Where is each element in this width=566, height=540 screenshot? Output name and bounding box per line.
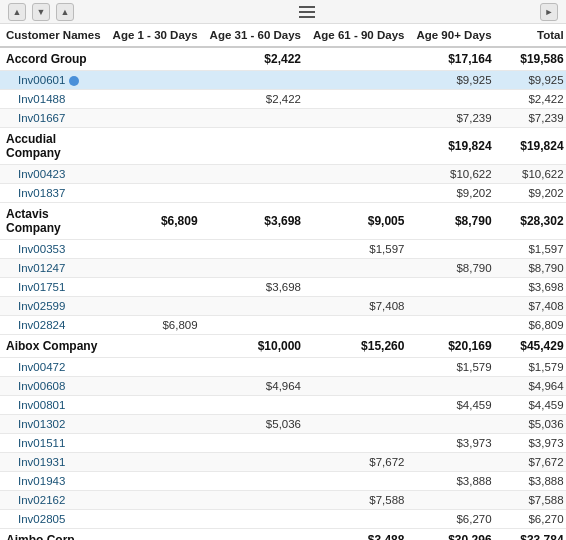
scroll-right-button[interactable]: ► [540, 3, 558, 21]
table-row[interactable]: Inv02599$7,408$7,408 [0, 297, 566, 316]
invoice-id[interactable]: Inv00423 [0, 165, 107, 184]
cell-d30: $6,809 [107, 316, 204, 335]
invoice-id[interactable]: Inv01751 [0, 278, 107, 297]
invoice-id[interactable]: Inv02162 [0, 491, 107, 510]
col-header-customer: Customer Names [0, 24, 107, 47]
invoice-id[interactable]: Inv02805 [0, 510, 107, 529]
cell-d90 [307, 184, 410, 203]
group-d90 [307, 128, 410, 165]
cell-d90p [410, 453, 497, 472]
top-bar: ▲ ▼ ▲ ► [0, 0, 566, 24]
cell-d90 [307, 434, 410, 453]
group-d60: $2,422 [204, 47, 307, 71]
cell-d90p: $4,459 [410, 396, 497, 415]
cell-d90 [307, 165, 410, 184]
cell-total: $10,622 [498, 165, 566, 184]
invoice-id[interactable]: Inv00353 [0, 240, 107, 259]
table-row[interactable]: Inv00472$1,579$1,579 [0, 358, 566, 377]
table-row[interactable]: Inv00353$1,597$1,597 [0, 240, 566, 259]
cell-d60 [204, 297, 307, 316]
invoice-id[interactable]: Inv01488 [0, 90, 107, 109]
table-row[interactable]: Inv00801$4,459$4,459 [0, 396, 566, 415]
aging-report-table: Customer Names Age 1 - 30 Days Age 31 - … [0, 24, 566, 540]
cell-d90p [410, 415, 497, 434]
group-d90p: $20,169 [410, 335, 497, 358]
table-row[interactable]: Inv00601$9,925$9,925 [0, 71, 566, 90]
table-row[interactable]: Inv00608$4,964$4,964 [0, 377, 566, 396]
group-total: $33,784 [498, 529, 566, 541]
col-header-90plus: Age 90+ Days [410, 24, 497, 47]
group-d90: $9,005 [307, 203, 410, 240]
table-row[interactable]: Inv01931$7,672$7,672 [0, 453, 566, 472]
cell-total: $1,597 [498, 240, 566, 259]
cell-d90 [307, 472, 410, 491]
group-d90: $3,488 [307, 529, 410, 541]
invoice-id[interactable]: Inv02599 [0, 297, 107, 316]
group-total: $19,586 [498, 47, 566, 71]
invoice-id[interactable]: Inv01302 [0, 415, 107, 434]
group-name: Actavis Company [0, 203, 107, 240]
invoice-id[interactable]: Inv01931 [0, 453, 107, 472]
nav-back-button[interactable]: ▲ [8, 3, 26, 21]
group-total: $28,302 [498, 203, 566, 240]
table-row[interactable]: Inv01247$8,790$8,790 [0, 259, 566, 278]
cell-total: $3,698 [498, 278, 566, 297]
cell-d90: $7,588 [307, 491, 410, 510]
cell-d30 [107, 278, 204, 297]
table-row[interactable]: Inv01511$3,973$3,973 [0, 434, 566, 453]
nav-up-button[interactable]: ▲ [56, 3, 74, 21]
group-d60: $3,698 [204, 203, 307, 240]
group-header-row: Actavis Company $6,809 $3,698 $9,005 $8,… [0, 203, 566, 240]
cell-total: $7,672 [498, 453, 566, 472]
invoice-id[interactable]: Inv02824 [0, 316, 107, 335]
cell-d30 [107, 90, 204, 109]
table-row[interactable]: Inv01943$3,888$3,888 [0, 472, 566, 491]
cell-d60 [204, 358, 307, 377]
cell-d30 [107, 453, 204, 472]
group-d30 [107, 47, 204, 71]
table-row[interactable]: Inv01488$2,422$2,422 [0, 90, 566, 109]
cell-d60 [204, 259, 307, 278]
cell-d90: $7,408 [307, 297, 410, 316]
cell-d90p [410, 90, 497, 109]
invoice-id[interactable]: Inv00608 [0, 377, 107, 396]
table-row[interactable]: Inv01751$3,698$3,698 [0, 278, 566, 297]
group-name: Accudial Company [0, 128, 107, 165]
table-row[interactable]: Inv02805$6,270$6,270 [0, 510, 566, 529]
cell-d90p [410, 297, 497, 316]
cell-d90p: $3,888 [410, 472, 497, 491]
invoice-id[interactable]: Inv01943 [0, 472, 107, 491]
cell-d90p [410, 377, 497, 396]
cell-total: $1,579 [498, 358, 566, 377]
hamburger-menu[interactable] [299, 6, 315, 18]
cell-d90p: $10,622 [410, 165, 497, 184]
col-header-61-90: Age 61 - 90 Days [307, 24, 410, 47]
cell-d60 [204, 240, 307, 259]
table-row[interactable]: Inv01667$7,239$7,239 [0, 109, 566, 128]
cell-d90 [307, 109, 410, 128]
cell-d60 [204, 491, 307, 510]
nav-forward-button[interactable]: ▼ [32, 3, 50, 21]
invoice-id[interactable]: Inv01667 [0, 109, 107, 128]
group-d90p: $8,790 [410, 203, 497, 240]
invoice-id[interactable]: Inv00801 [0, 396, 107, 415]
group-name: Aibox Company [0, 335, 107, 358]
invoice-id[interactable]: Inv01247 [0, 259, 107, 278]
cell-d30 [107, 358, 204, 377]
invoice-id[interactable]: Inv00472 [0, 358, 107, 377]
invoice-id[interactable]: Inv00601 [0, 71, 107, 90]
group-header-row: Accudial Company $19,824 $19,824 [0, 128, 566, 165]
cell-d90p [410, 316, 497, 335]
cell-d90 [307, 90, 410, 109]
table-row[interactable]: Inv01302$5,036$5,036 [0, 415, 566, 434]
table-row[interactable]: Inv02162$7,588$7,588 [0, 491, 566, 510]
cell-total: $6,809 [498, 316, 566, 335]
table-row[interactable]: Inv00423$10,622$10,622 [0, 165, 566, 184]
invoice-id[interactable]: Inv01511 [0, 434, 107, 453]
group-d30: $6,809 [107, 203, 204, 240]
invoice-id[interactable]: Inv01837 [0, 184, 107, 203]
group-total: $19,824 [498, 128, 566, 165]
table-row[interactable]: Inv02824$6,809$6,809 [0, 316, 566, 335]
table-row[interactable]: Inv01837$9,202$9,202 [0, 184, 566, 203]
group-header-row: Aibox Company $10,000 $15,260 $20,169 $4… [0, 335, 566, 358]
